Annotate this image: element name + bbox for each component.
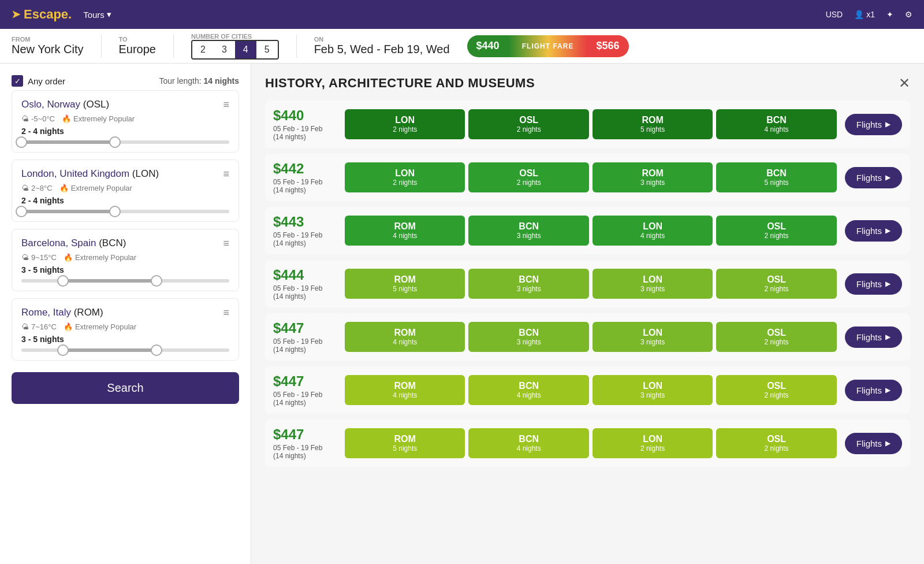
city-block-code: OSL [721,221,832,232]
filter-bar: FROM New York City TO Europe NUMBER OF C… [0,29,924,64]
result-dates: 05 Feb - 19 Feb(14 nights) [273,284,337,300]
divider-2 [173,35,174,58]
passengers-selector[interactable]: 👤 x1 [854,10,875,19]
flights-button[interactable]: Flights [845,114,902,135]
reorder-icon[interactable]: ≡ [223,168,229,180]
fire-icon: 🔥 [64,253,73,262]
city-block: ROM 4 nights [345,322,465,352]
main-content: ✓ Any order Tour length: 14 nights Oslo,… [0,64,924,564]
nav-tours-menu[interactable]: Tours ▾ [83,9,111,20]
result-price-col: $444 05 Feb - 19 Feb(14 nights) [273,267,337,300]
from-value[interactable]: New York City [12,43,84,56]
reorder-icon[interactable]: ≡ [223,238,229,250]
logo[interactable]: ➤ Escape. [12,7,72,22]
cloud-icon: 🌤 [21,184,29,192]
search-button[interactable]: Search [12,372,239,404]
flights-button[interactable]: Flights [845,273,902,295]
city-block: BCN 3 nights [468,322,588,352]
city-block: BCN 4 nights [468,428,588,458]
city-block-code: LON [597,381,708,391]
city-meta: 🌤 7~16°C 🔥 Extremely Popular [21,322,229,331]
brightness-icon[interactable]: ✦ [886,10,893,19]
city-option-4[interactable]: 4 [235,41,256,58]
city-block-code: ROM [349,221,460,232]
city-block-nights: 3 nights [597,179,708,187]
nights-slider[interactable] [21,140,229,144]
city-block: OSL 2 nights [716,216,836,246]
cloud-icon: 🌤 [21,322,29,331]
result-price: $447 [273,320,337,336]
slider-handle-right[interactable] [151,344,162,356]
city-option-3[interactable]: 3 [214,41,235,58]
city-block-nights: 3 nights [597,285,708,293]
to-value[interactable]: Europe [119,43,157,56]
result-cities: ROM 4 nights BCN 4 nights LON 3 nights O… [345,375,837,405]
cities-selector[interactable]: 2 3 4 5 [191,40,279,60]
city-name: Oslo, Norway (OSL) [21,99,109,110]
city-block-code: BCN [721,168,832,179]
city-name: London, United Kingdom (LON) [21,168,159,180]
result-row: $443 05 Feb - 19 Feb(14 nights) ROM 4 ni… [265,207,910,254]
city-block-nights: 5 nights [597,125,708,133]
result-dates: 05 Feb - 19 Feb(14 nights) [273,444,337,460]
nights-slider[interactable] [21,210,229,213]
any-order-label: Any order [28,76,65,86]
city-card: Barcelona, Spain (BCN) ≡ 🌤 9~15°C 🔥 Extr… [12,229,239,291]
nights-slider[interactable] [21,279,229,283]
city-meta: 🌤 9~15°C 🔥 Extremely Popular [21,253,229,262]
slider-handle-right[interactable] [109,136,121,148]
reorder-icon[interactable]: ≡ [223,307,229,319]
city-popularity: 🔥 Extremely Popular [62,114,135,123]
city-option-5[interactable]: 5 [256,41,278,58]
flights-button[interactable]: Flights [845,167,902,188]
logo-text: Escape. [24,7,72,22]
city-block-code: LON [597,221,708,232]
city-temp: 🌤 2~8°C [21,184,53,192]
flights-button[interactable]: Flights [845,433,902,454]
reorder-icon[interactable]: ≡ [223,99,229,111]
settings-icon[interactable]: ⚙ [905,10,912,19]
slider-handle-right[interactable] [151,275,162,287]
city-block-code: ROM [597,115,708,125]
result-cities: ROM 5 nights BCN 3 nights LON 3 nights O… [345,269,837,299]
result-price: $442 [273,161,337,177]
city-nights: 2 - 4 nights [21,127,229,136]
flights-button[interactable]: Flights [845,380,902,401]
city-block-nights: 2 nights [721,338,832,346]
city-block: LON 2 nights [345,109,465,139]
city-block: BCN 4 nights [716,109,836,139]
city-block-code: ROM [349,381,460,391]
result-price-col: $442 05 Feb - 19 Feb(14 nights) [273,161,337,194]
city-nights: 3 - 5 nights [21,265,229,274]
fare-gradient: FLIGHT FARE [509,35,587,57]
date-range[interactable]: Feb 5, Wed - Feb 19, Wed [314,43,450,56]
city-block: ROM 4 nights [345,375,465,405]
city-card-header: Oslo, Norway (OSL) ≡ [21,99,229,111]
city-block: LON 4 nights [593,216,713,246]
city-block: OSL 2 nights [716,322,836,352]
flights-button[interactable]: Flights [845,220,902,242]
nights-slider[interactable] [21,348,229,352]
logo-arrow-icon: ➤ [12,8,20,21]
fire-icon: 🔥 [62,114,71,123]
any-order-checkbox[interactable]: ✓ Any order [12,75,65,87]
slider-handle-left[interactable] [16,136,27,148]
chevron-down-icon: ▾ [107,9,111,20]
currency-selector[interactable]: USD [826,10,843,19]
slider-handle-left[interactable] [57,275,69,287]
city-block: LON 3 nights [593,269,713,299]
result-cities: LON 2 nights OSL 2 nights ROM 5 nights B… [345,109,837,139]
city-card-header: Barcelona, Spain (BCN) ≡ [21,238,229,250]
city-block: BCN 4 nights [468,375,588,405]
close-button[interactable]: ✕ [899,75,910,91]
top-nav: ➤ Escape. Tours ▾ USD 👤 x1 ✦ ⚙ [0,0,924,29]
slider-handle-right[interactable] [109,206,121,217]
slider-handle-left[interactable] [16,206,27,217]
result-price: $447 [273,426,337,443]
city-block-nights: 2 nights [349,125,460,133]
flights-button[interactable]: Flights [845,326,902,348]
slider-handle-left[interactable] [57,344,69,356]
cities-label: NUMBER OF CITIES [191,33,279,40]
city-block-nights: 4 nights [473,391,584,399]
city-option-2[interactable]: 2 [192,41,214,58]
